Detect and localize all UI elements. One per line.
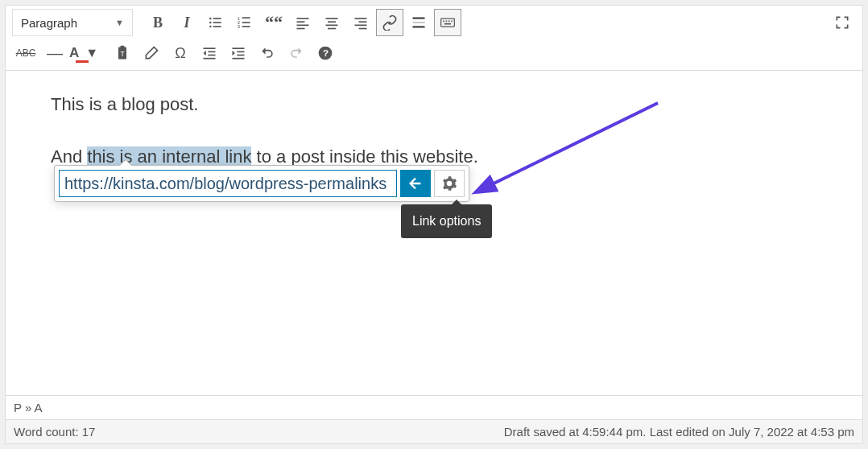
redo-button[interactable] <box>283 39 310 67</box>
paste-text-button[interactable]: T <box>109 39 136 67</box>
svg-rect-23 <box>359 28 367 30</box>
align-right-icon <box>353 14 369 31</box>
svg-rect-21 <box>359 21 367 23</box>
help-button[interactable]: ? <box>312 39 339 67</box>
help-icon: ? <box>317 45 333 61</box>
indent-button[interactable] <box>225 39 252 67</box>
word-count: Word count: 17 <box>14 425 95 439</box>
svg-rect-30 <box>448 21 450 23</box>
align-center-icon <box>324 14 340 31</box>
bold-button[interactable]: B <box>144 9 172 36</box>
align-left-button[interactable] <box>289 9 316 36</box>
svg-text:T: T <box>121 50 125 58</box>
bullet-list-button[interactable] <box>202 9 229 36</box>
svg-rect-38 <box>208 55 215 56</box>
format-select-label: Paragraph <box>21 16 77 30</box>
clear-format-button[interactable] <box>138 39 165 67</box>
svg-rect-3 <box>213 22 221 23</box>
number-list-icon: 123 <box>237 14 253 31</box>
svg-rect-36 <box>204 47 216 49</box>
outdent-button[interactable] <box>196 39 223 67</box>
link-button[interactable] <box>376 9 403 36</box>
svg-rect-1 <box>213 18 221 19</box>
status-bar: Word count: 17 Draft saved at 4:59:44 pm… <box>6 420 862 443</box>
svg-rect-12 <box>297 18 309 19</box>
italic-button[interactable]: I <box>173 9 200 36</box>
fullscreen-button[interactable] <box>829 9 856 36</box>
svg-rect-16 <box>326 18 338 19</box>
svg-rect-13 <box>297 21 305 23</box>
editor-content[interactable]: This is a blog post. And this is an inte… <box>6 71 862 395</box>
svg-rect-43 <box>233 58 245 60</box>
svg-rect-40 <box>233 47 245 49</box>
svg-rect-28 <box>443 21 444 23</box>
link-apply-button[interactable] <box>400 170 431 197</box>
clipboard-icon: T <box>114 45 130 61</box>
chevron-down-icon: ▼ <box>115 18 124 27</box>
paragraph-1: This is a blog post. <box>51 90 817 118</box>
toolbar: Paragraph ▼ B I 123 ““ ABC — A ▼ <box>6 6 862 71</box>
number-list-button[interactable]: 123 <box>231 9 258 36</box>
svg-rect-41 <box>237 51 244 53</box>
editor-footer: P » A Word count: 17 Draft saved at 4:59… <box>6 395 862 443</box>
svg-rect-24 <box>413 17 425 19</box>
eraser-icon <box>143 45 159 61</box>
gear-icon <box>441 175 457 192</box>
special-char-button[interactable]: Ω <box>167 39 194 67</box>
svg-rect-7 <box>242 17 250 19</box>
svg-rect-25 <box>413 22 425 23</box>
svg-point-4 <box>209 26 212 28</box>
toolbar-row-1: Paragraph ▼ B I 123 ““ <box>12 9 856 36</box>
readmore-icon <box>411 14 427 31</box>
svg-rect-29 <box>446 21 448 23</box>
outdent-icon <box>201 45 217 61</box>
svg-rect-27 <box>441 19 455 27</box>
readmore-button[interactable] <box>405 9 432 36</box>
indent-icon <box>230 45 246 61</box>
link-url-input[interactable] <box>59 170 397 197</box>
strikethrough-button[interactable]: ABC <box>12 39 39 67</box>
svg-rect-39 <box>204 58 216 60</box>
svg-rect-11 <box>242 26 250 27</box>
svg-text:3: 3 <box>238 24 240 29</box>
svg-rect-9 <box>242 22 250 23</box>
format-select[interactable]: Paragraph ▼ <box>12 9 133 36</box>
element-path[interactable]: P » A <box>6 396 862 420</box>
svg-rect-17 <box>328 21 336 23</box>
blockquote-button[interactable]: ““ <box>260 9 287 36</box>
bullet-list-icon <box>208 14 224 31</box>
svg-rect-31 <box>451 21 453 23</box>
svg-text:?: ? <box>323 47 329 58</box>
chevron-down-icon: ▼ <box>85 46 98 60</box>
align-right-button[interactable] <box>347 9 374 36</box>
link-popup <box>54 165 469 202</box>
toolbar-toggle-button[interactable] <box>434 9 461 36</box>
svg-rect-32 <box>444 23 451 25</box>
hr-button[interactable]: — <box>41 39 68 67</box>
save-status: Draft saved at 4:59:44 pm. Last edited o… <box>504 425 854 439</box>
toolbar-row-2: ABC — A ▼ T Ω ? <box>12 39 856 67</box>
link-options-button[interactable] <box>434 170 465 197</box>
selected-link-text: this is an internal link <box>87 146 251 167</box>
svg-rect-5 <box>213 26 221 27</box>
svg-rect-37 <box>208 51 215 53</box>
svg-rect-26 <box>413 26 425 27</box>
svg-point-2 <box>209 22 212 24</box>
svg-rect-34 <box>121 46 125 48</box>
align-center-button[interactable] <box>318 9 345 36</box>
redo-icon <box>288 45 304 61</box>
svg-rect-19 <box>328 28 336 30</box>
undo-button[interactable] <box>254 39 281 67</box>
fullscreen-icon <box>834 14 850 31</box>
svg-rect-42 <box>237 55 244 56</box>
text-color-button[interactable]: A ▼ <box>70 39 97 67</box>
align-left-icon <box>295 14 311 31</box>
svg-rect-22 <box>355 25 367 27</box>
editor-container: Paragraph ▼ B I 123 ““ ABC — A ▼ <box>5 5 863 444</box>
svg-rect-18 <box>326 25 338 27</box>
undo-icon <box>259 45 275 61</box>
link-options-tooltip: Link options <box>401 204 492 238</box>
svg-rect-15 <box>297 28 305 30</box>
svg-rect-14 <box>297 25 309 27</box>
keyboard-icon <box>440 14 456 31</box>
